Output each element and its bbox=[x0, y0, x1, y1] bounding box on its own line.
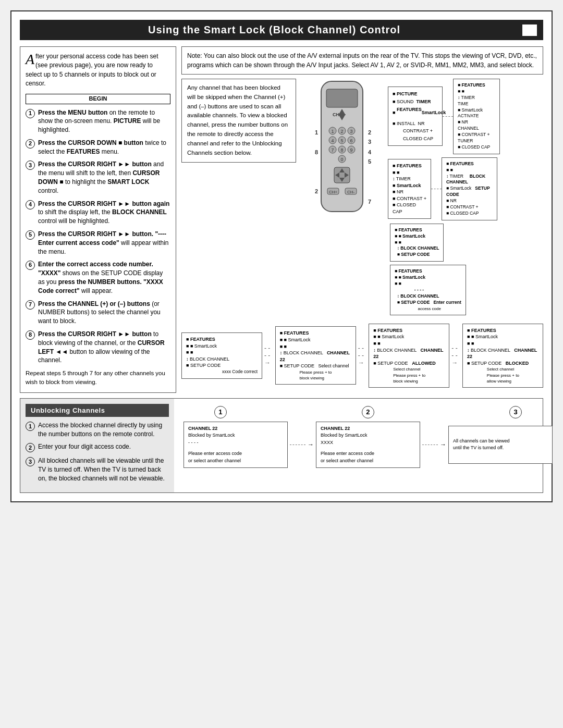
btv3-h2: ■ ■ SmartLock bbox=[373, 334, 445, 340]
bottom-screens-row: ■ FEATURES ■ ■ SmartLock ■ ■ ↕ BLOCK CHA… bbox=[181, 324, 543, 388]
unblocking-section: Unblocking Channels 1 Access the blocked… bbox=[20, 398, 543, 493]
bottom-tv-1: ■ FEATURES ■ ■ SmartLock ■ ■ ↕ BLOCK CHA… bbox=[181, 332, 262, 379]
step-text-7: Press the CHANNEL (+) or (–) buttons (or… bbox=[38, 300, 170, 326]
step-3: 3 Press the CURSOR RIGHT ►► button and t… bbox=[26, 160, 170, 195]
svg-text:2: 2 bbox=[315, 188, 318, 194]
step-text-5: Press the CURSOR RIGHT ►► button. "---- … bbox=[38, 230, 170, 256]
utv2-l2: Blocked by SmartLock bbox=[321, 432, 415, 439]
btv3-sc: ■ SETUP CODE ALLOWED bbox=[373, 360, 445, 367]
step-1: 1 Press the MENU button on the remote to… bbox=[26, 108, 170, 134]
step-7: 7 Press the CHANNEL (+) or (–) buttons (… bbox=[26, 300, 170, 326]
utv1-l2: Blocked by SmartLock bbox=[188, 432, 283, 439]
utv1-l3: - - - - bbox=[188, 439, 283, 447]
svg-text:0: 0 bbox=[340, 157, 343, 162]
tv-screen-4: ■ FEATURES ■ ■ SmartLock ■ ■ - - - - ↕ B… bbox=[390, 265, 466, 315]
bottom-arrow-1: - - - - → bbox=[262, 344, 275, 366]
btv2-note1: Please press + to bbox=[280, 369, 351, 375]
btv3-bc: ↕ BLOCK CHANNEL CHANNEL 22 bbox=[373, 347, 445, 360]
unblocking-right: 1 2 3 CHANNEL 22 Blocked by SmartLock - … bbox=[179, 399, 557, 492]
svg-rect-1 bbox=[326, 89, 358, 107]
btv3-note2: Please press + to bbox=[373, 373, 445, 378]
svg-text:4: 4 bbox=[368, 149, 372, 155]
tv-screen-1: ■ PICTURE ■ SOUND TIMER ■ FEATURES Smart… bbox=[388, 87, 443, 146]
unblock-step-3: 3 All blocked channels will be viewable … bbox=[26, 456, 169, 483]
step-text-4: Press the CURSOR RIGHT ►► button again t… bbox=[38, 200, 170, 226]
step-5: 5 Press the CURSOR RIGHT ►► button. "---… bbox=[26, 230, 170, 256]
btv1-extra: xxxx Code correct bbox=[186, 369, 258, 375]
instructions-panel: A fter your personal access code has bee… bbox=[20, 46, 176, 393]
step-4: 4 Press the CURSOR RIGHT ►► button again… bbox=[26, 200, 170, 226]
unblock-circle-2: 2 bbox=[362, 406, 374, 418]
svg-text:8: 8 bbox=[315, 149, 318, 155]
step-num-7: 7 bbox=[26, 300, 35, 310]
unblock-tv-3: All channels can be viewed until the TV … bbox=[448, 426, 553, 464]
svg-text:8: 8 bbox=[340, 147, 343, 153]
unblock-num-1: 1 bbox=[26, 422, 35, 431]
btv4-note1: Select channel bbox=[467, 366, 538, 372]
svg-text:3: 3 bbox=[368, 139, 371, 145]
svg-text:1: 1 bbox=[331, 129, 334, 134]
unblock-text-1: Access the blocked channel directly by u… bbox=[38, 421, 169, 439]
middle-section: Any channel that has been blocked will b… bbox=[181, 79, 543, 315]
step-text-2: Press the CURSOR DOWN ■ button twice to … bbox=[38, 139, 170, 156]
right-col: Note: You can also block out the use of … bbox=[181, 46, 543, 393]
tv-screen-3: ■ FEATURES ■ ■ SmartLock ■ ■ ↕ BLOCK CHA… bbox=[390, 224, 444, 262]
intro-body: fter your personal access code has been … bbox=[26, 53, 158, 87]
begin-box: BEGIN bbox=[26, 94, 170, 104]
svg-text:CH: CH bbox=[333, 112, 339, 117]
repeat-note: Repeat steps 5 through 7 for any other c… bbox=[26, 369, 170, 387]
tv-screen-1b: ■ FEATURES ■ ■ ↕ TIMER TIME ■ SmartLock … bbox=[453, 79, 500, 154]
step-num-8: 8 bbox=[26, 330, 35, 340]
svg-text:7: 7 bbox=[331, 147, 334, 153]
utv2-l6: or select another channel bbox=[321, 458, 415, 465]
step-text-8: Press the CURSOR RIGHT ►► button to bloc… bbox=[38, 330, 170, 365]
btv3-note3: block viewing bbox=[373, 378, 445, 384]
btv3-h3: ■ ■ bbox=[373, 340, 445, 347]
bottom-tv-3: ■ FEATURES ■ ■ SmartLock ■ ■ ↕ BLOCK CHA… bbox=[369, 324, 449, 388]
unblock-num-labels: 1 2 3 bbox=[183, 403, 553, 418]
unblock-num-2: 2 bbox=[26, 443, 35, 452]
screens-column: ■ PICTURE ■ SOUND TIMER ■ FEATURES Smart… bbox=[388, 79, 497, 315]
btv1-h2: ■ ■ SmartLock bbox=[186, 343, 258, 350]
svg-text:4: 4 bbox=[331, 138, 334, 143]
btv1-h3: ■ ■ bbox=[186, 349, 258, 356]
svg-text:9: 9 bbox=[350, 147, 352, 153]
drop-cap: A bbox=[26, 52, 34, 67]
unblock-step-2: 2 Enter your four digit access code. bbox=[26, 442, 169, 452]
step-num-3: 3 bbox=[26, 161, 35, 170]
svg-text:6: 6 bbox=[350, 138, 352, 143]
btv2-h2: ■ ■ SmartLock bbox=[280, 337, 351, 343]
intro-text: A fter your personal access code has bee… bbox=[26, 52, 170, 89]
svg-text:2: 2 bbox=[340, 129, 343, 134]
step-text-6: Enter the correct access code number. "X… bbox=[38, 260, 170, 295]
unblock-text-3: All blocked channels will be viewable un… bbox=[38, 456, 169, 483]
svg-text:CH+: CH+ bbox=[329, 190, 338, 194]
svg-text:3: 3 bbox=[350, 129, 352, 134]
unblock-arrow-2-icon: → bbox=[440, 441, 446, 448]
unblock-arrow-2 bbox=[422, 445, 438, 445]
btv4-h3: ■ ■ bbox=[467, 340, 538, 347]
unblocking-left: Unblocking Channels 1 Access the blocked… bbox=[20, 399, 174, 492]
title-box-icon bbox=[522, 24, 537, 36]
utv2-l1: CHANNEL 22 bbox=[321, 425, 415, 433]
utv1-l5: Please enter access code bbox=[188, 450, 283, 458]
step-num-1: 1 bbox=[26, 109, 35, 118]
btv1-bc: ↕ BLOCK CHANNEL bbox=[186, 356, 258, 363]
blocked-channel-description: Any channel that has been blocked will b… bbox=[181, 79, 296, 163]
title-bar: Using the Smart Lock (Block Channel) Con… bbox=[20, 20, 543, 40]
step-8: 8 Press the CURSOR RIGHT ►► button to bl… bbox=[26, 330, 170, 365]
unblock-tv-2: CHANNEL 22 Blocked by SmartLock XXXX Ple… bbox=[316, 422, 420, 468]
utv1-l1: CHANNEL 22 bbox=[188, 425, 283, 433]
page: Using the Smart Lock (Block Channel) Con… bbox=[10, 10, 553, 502]
svg-text:CH-: CH- bbox=[347, 190, 355, 194]
tv-screen-2b: ■ FEATURES ■ ■ ↕ TIMER BLOCK CHANNEL ■ S… bbox=[442, 157, 497, 220]
bottom-arrow-2: - - - - → bbox=[356, 344, 369, 366]
unblock-arrow-1 bbox=[290, 445, 305, 445]
btv2-note2: block viewing bbox=[280, 375, 351, 381]
btv4-bc: ↕ BLOCK CHANNEL CHANNEL 22 bbox=[467, 347, 538, 360]
step-text-1: Press the MENU button on the remote to s… bbox=[38, 108, 170, 134]
btv4-note3: allow viewing bbox=[467, 378, 538, 384]
btv1-h1: ■ FEATURES bbox=[186, 336, 258, 343]
bottom-arrow-3: - - - - → bbox=[449, 344, 462, 366]
btv4-sc: ■ SETUP CODE BLOCKED bbox=[467, 360, 538, 367]
